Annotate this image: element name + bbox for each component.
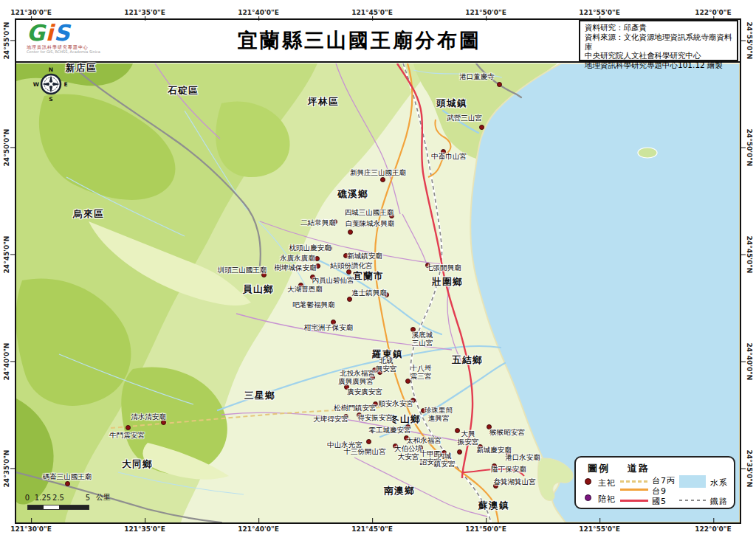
latitude-label: 24°45'0"N	[3, 236, 10, 274]
latitude-label: 24°35'0"N	[3, 450, 10, 488]
logo-letter-i: i	[46, 20, 54, 46]
longitude-label: 121°45'0"E	[351, 525, 393, 533]
credit-line: 中央研究院人文社會科學研究中心	[585, 51, 732, 61]
latitude-label: 24°55'0"N	[746, 22, 753, 60]
gis-logo: GiS 地理資訊科學研究專題中心 Center for GIS, RCHSS, …	[27, 22, 152, 54]
longitude-label: 121°55'0"E	[579, 9, 620, 16]
longitude-label: 121°55'0"E	[579, 525, 620, 533]
map-page: { "header": { "logo": {"text": "GiS", "g…	[0, 0, 756, 535]
latitude-label: 24°50'0"N	[3, 129, 10, 167]
map-header: GiS 地理資訊科學研究專題中心 Center for GIS, RCHSS, …	[16, 20, 740, 63]
map-canvas	[16, 63, 740, 522]
longitude-label: 121°50'0"E	[465, 525, 506, 533]
latitude-label: 24°40'0"N	[3, 343, 10, 381]
longitude-label: 121°30'0"E	[10, 525, 52, 533]
longitude-label: 122°0'0"E	[695, 525, 731, 533]
gis-logo-caption-en: Center for GIS, RCHSS, Academia Sinica	[27, 49, 152, 54]
credit-line: 地理資訊科學研究專題中心101.12 繪製	[585, 61, 732, 70]
credit-line: 資料來源：文化資源地理資訊系統寺廟資料庫	[585, 32, 732, 52]
longitude-label: 122°0'0"E	[695, 9, 731, 16]
turtle-island	[638, 148, 657, 158]
latitude-label: 24°35'0"N	[746, 450, 753, 488]
longitude-label: 121°30'0"E	[10, 9, 52, 16]
credits-box: 資料研究：邱彥貴 資料來源：文化資源地理資訊系統寺廟資料庫 中央研究院人文社會科…	[579, 20, 738, 61]
map-title: 宜蘭縣三山國王廟分布圖	[193, 27, 526, 54]
latitude-label: 24°50'0"N	[746, 129, 753, 167]
gis-logo-word: GiS	[27, 22, 152, 44]
latitude-label: 24°45'0"N	[746, 236, 753, 274]
longitude-label: 121°50'0"E	[465, 9, 506, 16]
latitude-label: 24°40'0"N	[746, 343, 753, 381]
logo-letter-g: G	[27, 20, 46, 46]
credit-line: 資料研究：邱彥貴	[585, 23, 732, 32]
longitude-label: 121°40'0"E	[238, 525, 279, 533]
gis-logo-caption: 地理資訊科學研究專題中心	[27, 44, 152, 49]
latitude-label: 24°55'0"N	[3, 22, 10, 60]
longitude-label: 121°45'0"E	[351, 9, 393, 16]
longitude-label: 121°35'0"E	[124, 9, 165, 16]
longitude-label: 121°35'0"E	[124, 525, 165, 533]
logo-letter-s: S	[54, 20, 71, 46]
longitude-label: 121°40'0"E	[238, 9, 279, 16]
